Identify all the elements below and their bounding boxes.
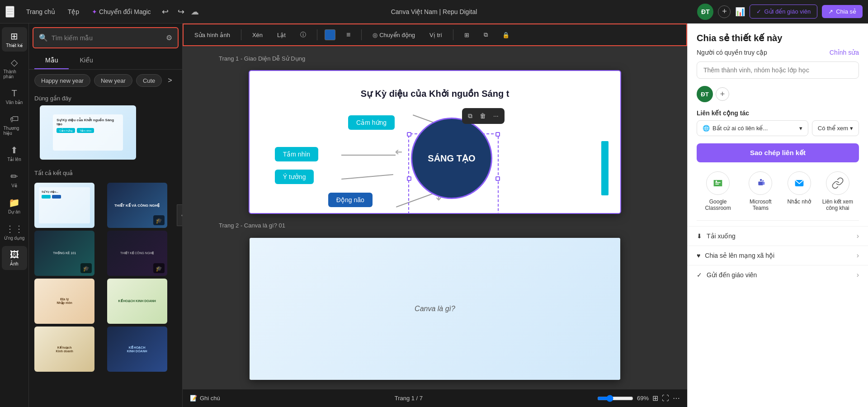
zoom-controls: 69% ⊞ ⛶ ⋯ [597, 394, 680, 402]
sidebar-item-elements[interactable]: ◇ Thành phần [2, 53, 27, 83]
template-thumb[interactable]: Sự Kỳ diệu... [34, 183, 94, 228]
position-button[interactable]: Vị trí [426, 30, 446, 40]
social-share-action[interactable]: ♥ Chia sẻ lên mạng xã hội › [688, 246, 868, 265]
share-button[interactable]: ↗ Chia sẻ [822, 5, 863, 18]
more-options-button[interactable]: ··· [491, 111, 501, 121]
template-thumb[interactable]: Kế hoạchKinh doanh [34, 327, 94, 372]
tag-more-button[interactable]: > [165, 74, 174, 87]
copy-link-button[interactable]: Sao chép liên kết [697, 143, 859, 162]
send-to-teacher-button[interactable]: ✓ Gửi đến giáo viên [750, 5, 817, 19]
slide2-content: Canva là gì? [250, 238, 620, 380]
magic-transform-button[interactable]: ✦ Chuyển đổi Magic [87, 5, 156, 18]
tag-new-year[interactable]: New year [94, 74, 132, 87]
access-edit-link[interactable]: Chỉnh sửa [830, 49, 859, 56]
layer-button[interactable]: ⧉ [480, 29, 491, 40]
public-link-option[interactable]: Liên kết xem công khai [822, 171, 854, 211]
template-thumb[interactable]: KẾ HOẠCH KINH DOANH [107, 279, 167, 324]
sidebar-item-text[interactable]: T Văn bản [2, 85, 27, 109]
canvas-scroll[interactable]: Trang 1 - Giao Diện Dễ Sử Dụng Sự Kỳ diệ… [183, 46, 687, 389]
send-teacher-action[interactable]: ✓ Gửi đến giáo viên › [688, 265, 868, 284]
template-thumb-recent[interactable]: Sự Kỳ diệu của Khởi nguồn Sáng tạo Cảm h… [40, 105, 136, 160]
transparency-button[interactable]: ⊞ [461, 30, 473, 40]
zoom-slider[interactable] [597, 395, 633, 402]
template-badge: 🎓 [153, 263, 165, 273]
sidebar-item-label: Thương hiệu [4, 126, 25, 136]
globe-icon: 🌐 [703, 125, 710, 132]
notes-icon: 📝 [190, 395, 197, 402]
magic-star-icon: ✦ [92, 8, 97, 15]
filter-icon[interactable]: ⚙ [166, 33, 172, 42]
tag-cute[interactable]: Cute [136, 74, 162, 87]
lock-button[interactable]: 🔒 [499, 30, 513, 40]
divider [697, 220, 859, 221]
sidebar-item-upload[interactable]: ⬆ Tải lên [2, 141, 27, 166]
download-action[interactable]: ⬇ Tải xuống › [688, 226, 868, 246]
slide-2[interactable]: Canva là gì? [250, 238, 620, 380]
slide-1[interactable]: Sự Kỳ diệu của Khởi nguồn Sáng t SÁNG TẠ… [250, 71, 620, 213]
view-permission-dropdown[interactable]: Có thể xem ▾ [812, 120, 859, 136]
more-view-button[interactable]: ⋯ [673, 394, 680, 402]
chevron-right-icon: › [857, 271, 859, 279]
template-badge: 🎓 [153, 215, 165, 225]
microsoft-teams-option[interactable]: Microsoft Teams [745, 171, 776, 211]
project-icon: 📁 [9, 197, 20, 208]
layer-icon: ⧉ [484, 31, 488, 38]
template-thumb[interactable]: KẾ HOẠCHKINH DOANH [107, 327, 167, 372]
grid-view-button[interactable]: ⊞ [652, 394, 658, 402]
align-button[interactable]: ≡ [343, 29, 354, 41]
check-icon: ✓ [697, 271, 702, 279]
menu-button[interactable]: ☰ [5, 6, 14, 18]
template-thumb[interactable]: Địa lýNhập môn [34, 279, 94, 324]
sidebar-item-design[interactable]: ⊞ Thiết kế [2, 27, 27, 52]
sidebar-item-photo[interactable]: 🖼 Ảnh [2, 246, 27, 270]
hide-panel-button[interactable]: ‹ [177, 204, 183, 226]
collab-title: Liên kết cộng tác [688, 109, 868, 120]
edit-image-button[interactable]: Sửa hình ảnh [191, 30, 234, 40]
undo-button[interactable]: ↩ [159, 5, 171, 19]
notes-button[interactable]: 📝 Ghi chú [190, 395, 220, 402]
analytics-icon[interactable]: 📊 [735, 7, 745, 17]
template-thumb[interactable]: THIẾT KẾ CÔNG NGHỆ 🎓 [107, 231, 167, 276]
remind-option[interactable]: Nhắc nhở [788, 171, 811, 211]
float-actions: ⧉ 🗑 ··· [462, 108, 505, 124]
add-collaborator-button[interactable]: + [718, 5, 731, 18]
sidebar-item-draw[interactable]: ✏ Vẽ [2, 167, 27, 192]
tab-mau[interactable]: Mẫu [34, 52, 69, 69]
add-member-button[interactable]: + [716, 87, 729, 101]
info-button[interactable]: ⓘ [297, 29, 310, 41]
search-input[interactable] [52, 34, 162, 42]
crop-button[interactable]: Xén [249, 30, 266, 40]
google-classroom-option[interactable]: Google Classroom [702, 171, 734, 211]
sidebar-item-brand[interactable]: 🏷 Thương hiệu [2, 110, 27, 139]
file-button[interactable]: Tệp [63, 5, 84, 18]
redo-button[interactable]: ↪ [175, 5, 187, 19]
template-badge: 🎓 [80, 263, 92, 273]
delete-button[interactable]: 🗑 [477, 111, 488, 121]
heart-icon: ♥ [697, 252, 700, 259]
template-thumb[interactable]: THỐNG KÊ 101 🎓 [34, 231, 94, 276]
motion-button[interactable]: ◎ Chuyển động [369, 30, 419, 40]
lock-icon: 🔒 [502, 32, 509, 38]
link-access-dropdown[interactable]: 🌐 Bất cứ ai có liên kế... ▾ [697, 120, 808, 136]
tab-kieu[interactable]: Kiểu [69, 52, 104, 69]
home-button[interactable]: Trang chủ [22, 5, 60, 18]
node-cam-hung: Cảm hứng [348, 115, 395, 130]
tag-happy-new-year[interactable]: Happy new year [34, 74, 90, 87]
svg-point-3 [716, 180, 717, 182]
avatar[interactable]: ĐT [697, 4, 713, 20]
remind-label: Nhắc nhở [788, 199, 811, 205]
flip-button[interactable]: Lật [274, 30, 289, 40]
design-icon: ⊞ [10, 31, 18, 42]
chevron-down-icon: ▾ [850, 125, 853, 132]
fullscreen-button[interactable]: ⛶ [662, 394, 669, 402]
sidebar-item-project[interactable]: 📁 Dự án [2, 194, 27, 218]
sidebar-item-apps[interactable]: ⋮⋮ Ứng dụng [2, 220, 27, 244]
template-thumb[interactable]: THIẾT KẾ VÀ CÔNG NGHỆ 🎓 [107, 183, 167, 228]
user-avatar[interactable]: ĐT [697, 86, 713, 102]
slide1-background: Sự Kỳ diệu của Khởi nguồn Sáng t SÁNG TẠ… [250, 71, 620, 213]
invite-input[interactable] [697, 62, 859, 79]
template-grid: Sự Kỳ diệu... THIẾT KẾ VÀ CÔNG NGHỆ 🎓 TH… [29, 180, 182, 374]
color-swatch[interactable] [325, 29, 335, 40]
handle-tr [495, 132, 500, 137]
duplicate-button[interactable]: ⧉ [466, 111, 475, 121]
